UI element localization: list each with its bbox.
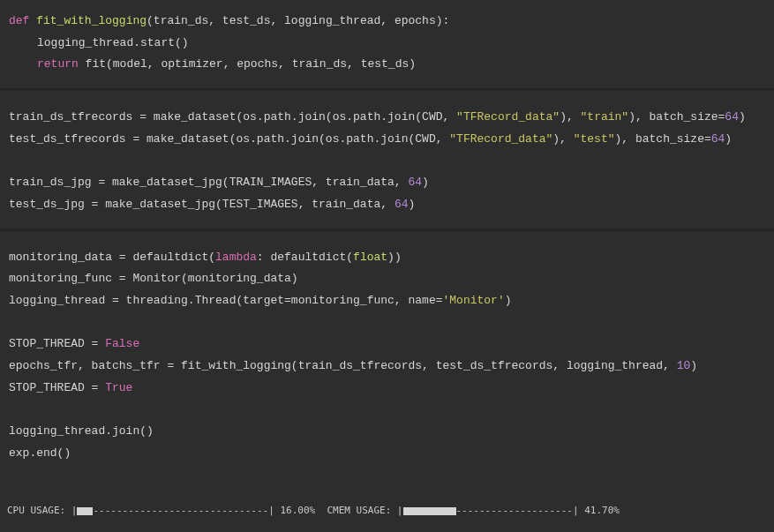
code-line: train_ds_jpg = make_dataset_jpg(TRAIN_IM… [9, 172, 765, 194]
code-line: STOP_THREAD = False [9, 333, 765, 356]
code-line: def fit_with_logging(train_ds, test_ds, … [9, 11, 765, 33]
keyword-true: True [105, 381, 132, 394]
code-line: logging_thread.join() [9, 421, 765, 443]
code-line: test_ds_jpg = make_dataset_jpg(TEST_IMAG… [9, 194, 765, 216]
cmem-pct: | 41.70% [573, 505, 620, 516]
usage-row-1: CPU USAGE: |----------------------------… [7, 504, 767, 517]
code-line: logging_thread.start() [9, 33, 765, 55]
code-line: return fit(model, optimizer, epochs, tra… [9, 54, 765, 76]
keyword-lambda: lambda [215, 251, 257, 264]
cpu-pct: | 16.00% [268, 505, 315, 516]
code-line: train_ds_tfrecords = make_dataset(os.pat… [9, 107, 765, 129]
code-cell-2: train_ds_tfrecords = make_dataset(os.pat… [0, 96, 774, 222]
cpu-label: CPU USAGE: | [7, 505, 77, 516]
code-line: monitoring_data = defaultdict(lambda: de… [9, 247, 765, 269]
code-line: STOP_THREAD = True [9, 378, 765, 400]
cmem-bar-fill [403, 507, 456, 515]
type-float: float [353, 251, 387, 264]
code-line [9, 150, 765, 172]
usage-footer: CPU USAGE: |----------------------------… [0, 471, 774, 532]
function-name: fit_with_logging [36, 14, 147, 27]
cell-separator [0, 229, 774, 231]
code-line: exp.end() [9, 443, 765, 465]
code-line: epochs_tfr, batchs_tfr = fit_with_loggin… [9, 356, 765, 378]
code-cell-3: monitoring_data = defaultdict(lambda: de… [0, 236, 774, 472]
cpu-bar-empty: ------------------------------ [93, 505, 268, 516]
code-line: test_ds_tfrecords = make_dataset(os.path… [9, 129, 765, 151]
cell-separator [0, 88, 774, 91]
cpu-bar-fill [77, 507, 93, 515]
code-line: monitoring_func = Monitor(monitoring_dat… [9, 268, 765, 290]
code-line [9, 399, 765, 421]
cmem-label: CMEM USAGE: | [315, 505, 402, 516]
keyword-false: False [105, 337, 139, 350]
code-line [9, 312, 765, 334]
keyword-return: return [37, 57, 79, 71]
keyword-def: def [9, 14, 29, 27]
code-cell-1: def fit_with_logging(train_ds, test_ds, … [0, 0, 774, 83]
cmem-bar-empty: -------------------- [456, 505, 573, 516]
code-line: logging_thread = threading.Thread(target… [9, 290, 765, 312]
